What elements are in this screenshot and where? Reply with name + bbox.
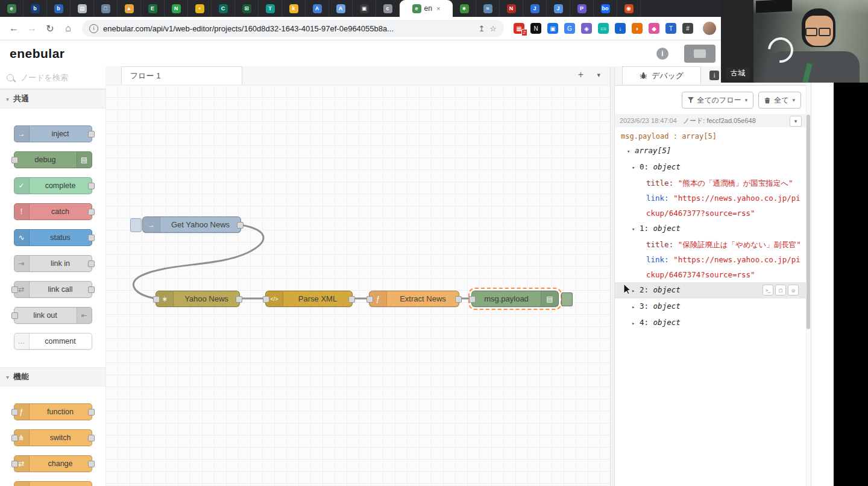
- extension-icon[interactable]: N: [530, 23, 541, 34]
- flow-list-caret-icon[interactable]: ▾: [597, 71, 600, 79]
- output-port[interactable]: [88, 286, 95, 293]
- palette-node-complete[interactable]: ✓ complete: [14, 177, 92, 194]
- input-port[interactable]: [11, 435, 18, 441]
- output-port[interactable]: [88, 235, 95, 241]
- address-bar[interactable]: i enebular.com/api/v1/web-editor/project…: [82, 20, 504, 37]
- output-port[interactable]: [88, 409, 95, 415]
- input-port[interactable]: [11, 157, 18, 163]
- profile-avatar[interactable]: [703, 22, 716, 35]
- node-extract-news[interactable]: ƒ Extract News: [369, 291, 459, 307]
- input-port[interactable]: [153, 296, 160, 303]
- browser-tab[interactable]: P: [570, 0, 594, 17]
- browser-tab[interactable]: ∗: [453, 0, 476, 17]
- browser-tab[interactable]: ⋆: [188, 0, 212, 17]
- palette-node-link-in[interactable]: ⇥ link in: [14, 255, 92, 272]
- site-info-icon[interactable]: i: [89, 24, 98, 33]
- browser-tab[interactable]: N: [500, 0, 523, 17]
- workspace[interactable]: → Get Yahoo News ∗ Yahoo News </> Parse …: [105, 85, 610, 486]
- palette-node-change[interactable]: ⇄ change: [14, 455, 92, 472]
- palette-node-inject[interactable]: → inject: [14, 125, 92, 142]
- input-port[interactable]: [11, 286, 18, 293]
- tree-row-item-4[interactable]: ▸4: object: [615, 315, 806, 331]
- share-icon[interactable]: ↥: [478, 24, 485, 33]
- palette-node-status[interactable]: ∿ status: [14, 229, 92, 246]
- extension-icon[interactable]: ◆: [649, 23, 659, 34]
- palette-section-common[interactable]: ▾ 共通: [0, 89, 105, 109]
- palette-node-function[interactable]: ƒ function: [14, 403, 92, 420]
- home-button[interactable]: ⌂: [60, 21, 76, 36]
- browser-tab[interactable]: ≈: [476, 0, 500, 17]
- palette-section-function[interactable]: ▾ 機能: [0, 367, 105, 387]
- output-port[interactable]: [88, 260, 95, 267]
- tab-debug[interactable]: デバッグ: [622, 66, 701, 84]
- browser-tab[interactable]: ▤: [71, 0, 94, 17]
- output-port[interactable]: [88, 209, 95, 215]
- browser-tab[interactable]: A: [329, 0, 353, 17]
- input-port[interactable]: [469, 296, 476, 303]
- browser-tab[interactable]: b: [47, 0, 71, 17]
- tree-row-title-1[interactable]: title: "保険証廃止は「やめない」副長官": [615, 237, 806, 252]
- extension-icon[interactable]: T: [665, 23, 676, 34]
- tree-row-item-1[interactable]: ▾1: object: [615, 221, 806, 237]
- palette-node-range[interactable]: ↕ range: [14, 481, 92, 486]
- extension-icon[interactable]: ◗: [632, 23, 643, 34]
- browser-tab[interactable]: b: [24, 0, 47, 17]
- tree-row-item-0[interactable]: ▾0: object: [615, 159, 806, 175]
- pin-button[interactable]: ◎: [788, 285, 799, 295]
- panel-resize-gutter[interactable]: [610, 66, 615, 486]
- add-flow-button[interactable]: +: [578, 69, 583, 80]
- message-menu-button[interactable]: ▾: [790, 116, 802, 127]
- input-port[interactable]: [366, 296, 373, 303]
- node-msg-payload-debug[interactable]: ▤ msg.payload: [471, 291, 559, 307]
- browser-tab[interactable]: bo: [594, 0, 617, 17]
- extension-icon[interactable]: G: [564, 23, 575, 34]
- browser-tab[interactable]: ⊞: [235, 0, 259, 17]
- palette-search[interactable]: [0, 66, 105, 89]
- tree-row-link-0[interactable]: link: "https://news.yahoo.co.jp/pickup/6…: [615, 191, 806, 221]
- palette-node-comment[interactable]: … comment: [14, 333, 92, 350]
- tree-row-link-1[interactable]: link: "https://news.yahoo.co.jp/pickup/6…: [615, 252, 806, 282]
- reload-button[interactable]: ↻: [42, 21, 58, 36]
- extension-icon[interactable]: ↓: [615, 23, 626, 34]
- output-port[interactable]: [236, 296, 242, 303]
- browser-tab[interactable]: J: [547, 0, 570, 17]
- browser-tab-active[interactable]: e en ×: [400, 0, 453, 17]
- flow-tab-active[interactable]: フロー 1: [121, 66, 242, 84]
- tree-row-title-0[interactable]: title: "熊本の「通潤橋」が国宝指定へ": [615, 175, 806, 191]
- output-port[interactable]: [348, 296, 355, 303]
- extension-icon[interactable]: ◈: [581, 23, 592, 34]
- extension-icon[interactable]: ▭: [598, 23, 609, 34]
- palette-node-link-call[interactable]: ⇄ link call: [14, 281, 92, 298]
- browser-tab[interactable]: □: [94, 0, 118, 17]
- palette-node-switch[interactable]: ⋔ switch: [14, 429, 92, 446]
- palette-node-link-out[interactable]: ⇤ link out: [14, 307, 92, 324]
- browser-tab[interactable]: T: [259, 0, 282, 17]
- tree-row-array[interactable]: ▾array[5]: [615, 143, 806, 159]
- debug-scrollbar-thumb[interactable]: [807, 115, 810, 329]
- browser-tab[interactable]: ▣: [353, 0, 376, 17]
- browser-tab[interactable]: e: [0, 0, 24, 17]
- input-port[interactable]: [11, 409, 18, 415]
- browser-tab[interactable]: C: [212, 0, 235, 17]
- extension-icon[interactable]: ▦2: [514, 23, 524, 34]
- tree-row-item-3[interactable]: ▸3: object: [615, 298, 806, 315]
- input-port[interactable]: [263, 296, 269, 303]
- input-port[interactable]: [11, 461, 18, 467]
- extension-icon[interactable]: #: [682, 23, 693, 34]
- browser-tab[interactable]: J: [523, 0, 547, 17]
- browser-tab[interactable]: c: [376, 0, 400, 17]
- palette-node-debug[interactable]: ▤ debug: [14, 151, 92, 168]
- browser-tab[interactable]: A: [306, 0, 329, 17]
- header-gray-button[interactable]: [684, 45, 715, 63]
- copy-path-button[interactable]: >_: [763, 285, 773, 295]
- search-input[interactable]: [19, 72, 94, 83]
- node-parse-xml[interactable]: </> Parse XML: [265, 291, 353, 307]
- browser-tab[interactable]: N: [165, 0, 188, 17]
- output-port[interactable]: [88, 131, 95, 137]
- browser-tab[interactable]: E: [141, 0, 165, 17]
- inject-trigger-button[interactable]: [130, 218, 142, 232]
- output-port[interactable]: [88, 183, 95, 189]
- output-port[interactable]: [237, 222, 244, 229]
- node-yahoo-news[interactable]: ∗ Yahoo News: [156, 291, 240, 307]
- output-port[interactable]: [455, 296, 462, 303]
